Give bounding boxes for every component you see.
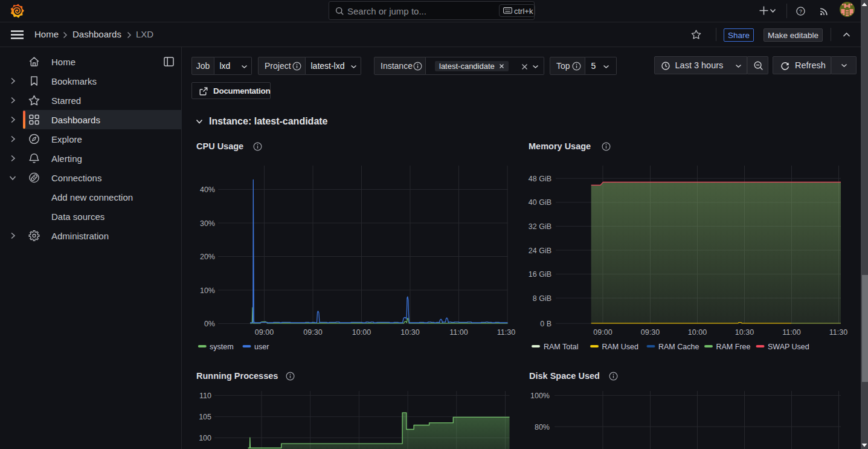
- svg-text:RAM Used: RAM Used: [602, 343, 638, 351]
- svg-text:8 GiB: 8 GiB: [533, 294, 551, 303]
- svg-text:30%: 30%: [200, 219, 215, 228]
- svg-text:100: 100: [199, 434, 211, 442]
- svg-text:RAM Free: RAM Free: [716, 343, 751, 351]
- svg-text:11:30: 11:30: [497, 328, 515, 337]
- svg-text:10:00: 10:00: [688, 328, 707, 337]
- svg-text:20%: 20%: [200, 253, 215, 261]
- svg-text:?: ?: [799, 8, 802, 15]
- svg-text:40%: 40%: [200, 186, 215, 194]
- svg-text:10%: 10%: [200, 286, 215, 295]
- svg-text:16 GiB: 16 GiB: [529, 270, 551, 279]
- svg-text:10:30: 10:30: [735, 328, 754, 337]
- svg-text:0%: 0%: [204, 320, 215, 328]
- svg-text:11:00: 11:00: [782, 328, 800, 337]
- svg-text:11:30: 11:30: [829, 328, 847, 337]
- svg-text:RAM Total: RAM Total: [544, 343, 578, 351]
- svg-text:11:00: 11:00: [449, 328, 468, 337]
- svg-text:09:00: 09:00: [255, 328, 274, 337]
- svg-text:09:00: 09:00: [593, 328, 612, 337]
- svg-text:48 GiB: 48 GiB: [529, 175, 551, 183]
- svg-text:09:30: 09:30: [303, 328, 322, 337]
- svg-text:10:30: 10:30: [400, 328, 419, 337]
- svg-text:0 B: 0 B: [540, 320, 551, 328]
- svg-text:SWAP Used: SWAP Used: [768, 343, 809, 351]
- svg-text:09:30: 09:30: [641, 328, 660, 337]
- svg-text:110: 110: [199, 392, 211, 400]
- svg-text:RAM Cache: RAM Cache: [658, 343, 699, 351]
- svg-text:105: 105: [199, 413, 211, 421]
- svg-text:80%: 80%: [535, 423, 550, 431]
- svg-text:user: user: [254, 343, 269, 351]
- svg-text:100%: 100%: [530, 392, 550, 400]
- svg-text:40 GiB: 40 GiB: [529, 198, 551, 207]
- svg-text:24 GiB: 24 GiB: [529, 247, 551, 255]
- svg-text:system: system: [210, 343, 234, 351]
- svg-text:10:00: 10:00: [352, 328, 371, 337]
- svg-text:32 GiB: 32 GiB: [529, 222, 551, 231]
